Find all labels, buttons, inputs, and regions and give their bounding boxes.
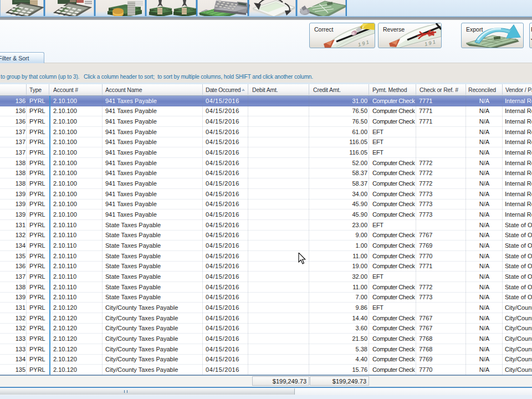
svg-text:1 9 1: 1 9 1 — [357, 39, 370, 48]
